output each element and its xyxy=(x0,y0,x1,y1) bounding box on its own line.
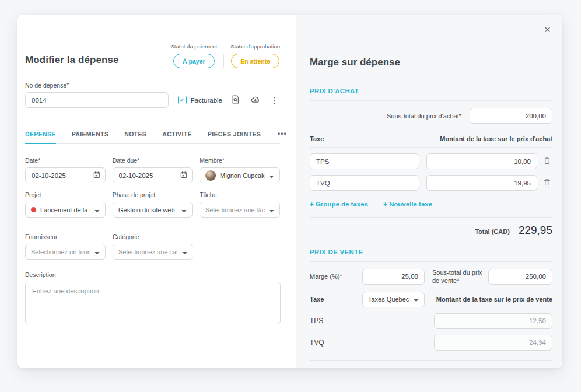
chevron-down-icon xyxy=(182,247,187,257)
tab-activite[interactable]: ACTIVITÉ xyxy=(162,131,192,144)
divider xyxy=(310,360,552,360)
task-select[interactable]: Sélectionnez une tâche xyxy=(200,202,280,218)
purchase-tax-row xyxy=(310,153,552,169)
close-icon: × xyxy=(544,23,551,36)
tab-pieces-jointes[interactable]: PIÈCES JOINTES xyxy=(208,131,261,144)
description-label: Description xyxy=(25,271,280,278)
sale-tax-select-value: Taxes Québec (TPS... xyxy=(368,296,410,303)
date-field xyxy=(25,167,106,183)
chevron-down-icon xyxy=(94,247,100,257)
sale-subtotal-label: Sous-total du prix de vente* xyxy=(432,268,488,285)
chevron-down-icon xyxy=(94,205,100,215)
project-color-dot xyxy=(31,207,36,212)
supplier-label: Fournisseur xyxy=(25,233,106,240)
purchase-tax-name-input[interactable] xyxy=(310,175,419,191)
date-due-calendar-button[interactable] xyxy=(180,170,188,180)
project-select[interactable]: Lancement de la camp... xyxy=(25,202,106,218)
upload-attachment-button[interactable] xyxy=(249,93,262,107)
project-value: Lancement de la camp... xyxy=(40,206,90,214)
form-inputs-row-1: Mignon Cupcake xyxy=(25,167,280,183)
supplier-placeholder: Sélectionnez un fournisseur xyxy=(31,249,90,256)
calendar-icon xyxy=(180,170,188,180)
purchase-subtotal-label: Sous-total du prix d'achat* xyxy=(387,113,461,120)
status-divider xyxy=(223,54,224,68)
sale-tax-amount-input xyxy=(434,335,552,351)
page-title: Modifier la dépense xyxy=(25,54,119,68)
tax-amount-column-header: Montant de la taxe sur le prix d'achat xyxy=(440,135,552,142)
purchase-tax-header: Taxe Montant de la taxe sur le prix d'ac… xyxy=(310,135,552,142)
billable-checkbox-wrap[interactable]: ✓ Facturable xyxy=(178,96,222,104)
purchase-tax-amount-input[interactable] xyxy=(426,175,537,191)
category-select[interactable]: Sélectionnez une catégorie xyxy=(113,244,193,260)
purchase-total-value: 229,95 xyxy=(519,224,552,237)
sale-tax-name: TVQ xyxy=(310,338,362,346)
chevron-down-icon xyxy=(181,205,187,215)
sale-margin-row: Marge (%)* Sous-total du prix de vente* xyxy=(310,268,552,285)
date-due-field xyxy=(113,167,193,183)
purchase-tax-amount-input[interactable] xyxy=(426,153,537,169)
tax-links-row: + Groupe de taxes + Nouvelle taxe xyxy=(310,201,552,208)
phase-value: Gestion du site web xyxy=(118,206,177,214)
date-label: Date* xyxy=(25,157,106,164)
purchase-total-label: Total (CAD) xyxy=(475,228,510,235)
document-search-icon xyxy=(230,94,240,106)
form-labels-row-1: Date* Date due* Membre* xyxy=(25,157,280,164)
margin-label: Marge (%)* xyxy=(310,273,362,280)
purchase-subtotal-input[interactable] xyxy=(470,108,552,124)
more-options-button[interactable]: ⋮ xyxy=(269,94,280,106)
divider xyxy=(310,147,552,148)
purchase-section-title: PRIX D'ACHAT xyxy=(310,88,552,94)
category-placeholder: Sélectionnez une catégorie xyxy=(118,249,178,256)
sale-total-value: 287.44 xyxy=(519,367,552,368)
margin-input[interactable] xyxy=(362,269,425,285)
phase-select[interactable]: Gestion du site web xyxy=(113,202,192,218)
tax-column-header: Taxe xyxy=(310,135,324,142)
purchase-tax-row xyxy=(310,175,552,191)
purchase-total-row: Total (CAD) 229,95 xyxy=(310,224,552,237)
sale-section-title: PRIX DE VENTE xyxy=(310,249,552,256)
project-label: Projet xyxy=(25,191,106,198)
kebab-menu-icon: ⋮ xyxy=(270,96,279,104)
divider xyxy=(310,261,552,262)
date-due-label: Date due* xyxy=(113,157,193,164)
margin-panel-title: Marge sur dépense xyxy=(310,57,552,68)
expense-form-panel: Modifier la dépense Statut du paiement À… xyxy=(18,15,296,368)
sale-tax-label: Taxe xyxy=(310,296,362,303)
task-placeholder: Sélectionnez une tâche xyxy=(205,206,265,214)
status-area: Statut du paiement À payer Statut d'appr… xyxy=(171,43,281,68)
purchase-subtotal-row: Sous-total du prix d'achat* xyxy=(310,108,552,124)
tab-depense[interactable]: DÉPENSE xyxy=(25,131,56,144)
chevron-down-icon xyxy=(269,205,274,215)
sale-subtotal-input[interactable] xyxy=(488,269,552,285)
supplier-select[interactable]: Sélectionnez un fournisseur xyxy=(25,244,106,260)
chevron-down-icon xyxy=(269,170,274,181)
cloud-upload-icon xyxy=(250,94,261,106)
expense-number-row: ✓ Facturable ⋮ xyxy=(25,92,280,108)
description-textarea[interactable] xyxy=(25,282,281,324)
sale-tax-row: TVQ xyxy=(310,335,552,351)
member-select[interactable]: Mignon Cupcake xyxy=(200,167,280,183)
member-label: Membre* xyxy=(200,157,280,164)
form-inputs-row-2: Lancement de la camp... Gestion du site … xyxy=(25,202,280,218)
form-labels-row-2: Projet Phase de projet Tâche xyxy=(25,191,280,198)
tab-more[interactable]: ••• xyxy=(278,130,287,144)
category-label: Catégorie xyxy=(113,233,193,240)
preview-document-button[interactable] xyxy=(229,93,242,107)
purchase-tax-name-input[interactable] xyxy=(310,153,419,169)
sale-tax-select[interactable]: Taxes Québec (TPS... xyxy=(362,292,425,307)
tab-notes[interactable]: NOTES xyxy=(124,131,146,144)
add-tax-group-link[interactable]: + Groupe de taxes xyxy=(310,201,368,208)
calendar-icon xyxy=(93,170,101,180)
billable-checkbox[interactable]: ✓ xyxy=(178,96,187,104)
expense-number-input[interactable] xyxy=(25,92,169,108)
approval-status-label: Statut d'approbation xyxy=(230,43,280,50)
tab-paiements[interactable]: PAIEMENTS xyxy=(72,131,109,144)
approval-status-badge[interactable]: En attente xyxy=(231,54,279,68)
delete-tax-button[interactable] xyxy=(542,177,552,190)
delete-tax-button[interactable] xyxy=(542,155,552,168)
date-calendar-button[interactable] xyxy=(93,170,101,180)
close-button[interactable]: × xyxy=(542,22,553,37)
form-labels-row-3: Fournisseur Catégorie xyxy=(25,233,280,240)
payment-status-badge[interactable]: À payer xyxy=(173,54,215,68)
add-new-tax-link[interactable]: + Nouvelle taxe xyxy=(383,201,432,208)
